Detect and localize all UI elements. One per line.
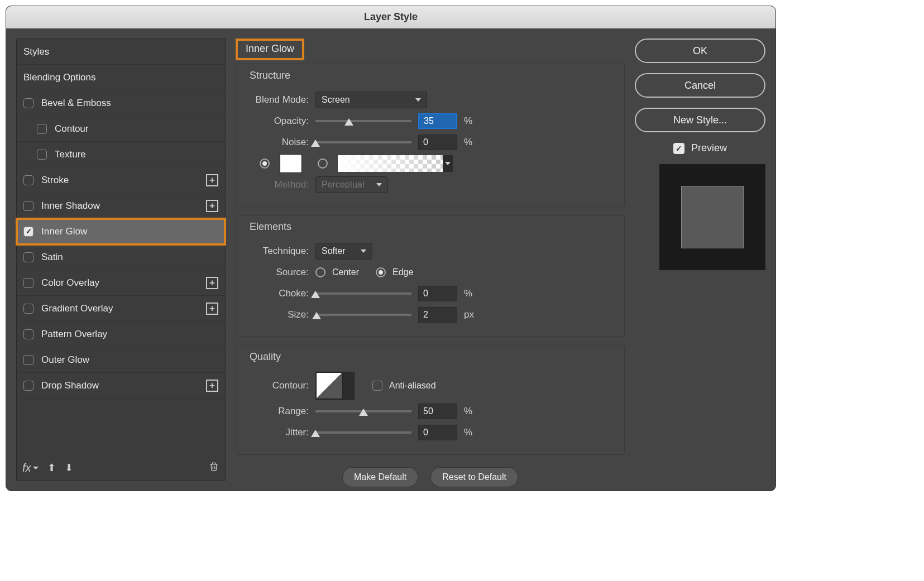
sidebar-item-inner-glow[interactable]: Inner Glow	[17, 219, 225, 244]
size-slider[interactable]	[315, 314, 411, 316]
sidebar-item-label: Texture	[55, 149, 86, 160]
fx-menu-icon[interactable]: fx	[22, 462, 39, 474]
color-radio[interactable]	[260, 159, 270, 169]
anti-aliased-checkbox[interactable]	[372, 381, 382, 391]
opacity-slider[interactable]	[315, 120, 411, 122]
method-dropdown: Perceptual	[315, 176, 388, 193]
range-input[interactable]	[418, 404, 457, 419]
sidebar-item-label: Outer Glow	[41, 354, 89, 366]
source-center-radio[interactable]	[315, 267, 325, 277]
sidebar-item-label: Contour	[55, 123, 88, 135]
title-bar: Layer Style	[6, 6, 775, 28]
method-label: Method:	[248, 179, 309, 190]
window-title: Layer Style	[364, 11, 418, 23]
jitter-input[interactable]	[418, 425, 457, 440]
sidebar-item-label: Stroke	[41, 175, 69, 186]
technique-label: Technique:	[248, 246, 309, 257]
effect-checkbox[interactable]	[23, 329, 33, 339]
sidebar-item-label: Inner Glow	[41, 226, 87, 237]
source-edge-radio[interactable]	[376, 267, 386, 277]
ok-button[interactable]: OK	[635, 39, 765, 63]
contour-dropdown[interactable]	[343, 372, 354, 399]
glow-color-swatch[interactable]	[280, 154, 302, 173]
right-panel: OK Cancel New Style... ✓ Preview	[635, 39, 765, 481]
size-label: Size:	[248, 309, 309, 320]
new-style-button[interactable]: New Style...	[635, 108, 765, 132]
blend-mode-dropdown[interactable]: Screen	[315, 92, 427, 108]
gradient-radio[interactable]	[318, 159, 328, 169]
preview-checkbox[interactable]: ✓	[673, 143, 684, 154]
jitter-slider[interactable]	[315, 431, 411, 434]
source-edge-label: Edge	[392, 267, 413, 277]
slider-thumb-icon	[359, 409, 368, 416]
gradient-dropdown[interactable]	[443, 155, 453, 172]
effect-checkbox[interactable]	[37, 150, 47, 160]
noise-unit: %	[464, 137, 477, 148]
add-effect-icon[interactable]: +	[206, 380, 218, 392]
sidebar-item-styles[interactable]: Styles	[17, 39, 225, 65]
sidebar-item-stroke[interactable]: Stroke+	[17, 167, 225, 193]
trash-icon[interactable]	[208, 460, 219, 475]
effect-checkbox[interactable]	[23, 201, 33, 211]
cancel-button[interactable]: Cancel	[635, 73, 765, 98]
opacity-unit: %	[464, 116, 477, 127]
effect-checkbox[interactable]	[23, 304, 33, 314]
jitter-label: Jitter:	[248, 427, 309, 438]
chevron-down-icon	[415, 98, 421, 102]
effect-checkbox[interactable]	[23, 278, 33, 288]
effect-checkbox[interactable]	[37, 124, 47, 134]
reset-default-button[interactable]: Reset to Default	[430, 467, 518, 487]
sidebar-item-inner-shadow[interactable]: Inner Shadow+	[17, 193, 225, 219]
sidebar-item-satin[interactable]: Satin	[17, 244, 225, 270]
sidebar-item-texture[interactable]: Texture	[17, 142, 225, 167]
make-default-button[interactable]: Make Default	[342, 467, 418, 487]
contour-swatch[interactable]	[316, 372, 343, 399]
chevron-down-icon	[376, 183, 382, 186]
anti-aliased-label: Anti-aliased	[389, 381, 436, 391]
sidebar-item-label: Blending Options	[23, 72, 95, 83]
sidebar-item-label: Styles	[23, 46, 49, 57]
noise-slider[interactable]	[315, 141, 411, 143]
slider-thumb-icon	[311, 291, 320, 298]
preview-label: Preview	[691, 142, 727, 154]
effect-checkbox[interactable]	[23, 175, 33, 185]
technique-dropdown[interactable]: Softer	[315, 243, 372, 260]
quality-title: Quality	[248, 351, 612, 363]
choke-label: Choke:	[248, 288, 309, 299]
choke-input[interactable]	[418, 286, 457, 301]
choke-unit: %	[464, 288, 477, 299]
panel-title: Inner Glow	[236, 39, 304, 60]
effect-checkbox[interactable]	[23, 355, 33, 365]
opacity-input[interactable]	[418, 113, 457, 129]
sidebar-item-outer-glow[interactable]: Outer Glow	[17, 347, 225, 373]
sidebar-item-color-overlay[interactable]: Color Overlay+	[17, 270, 225, 296]
preview-inner	[682, 186, 743, 248]
sidebar-item-bevel-emboss[interactable]: Bevel & Emboss	[17, 90, 225, 116]
range-slider[interactable]	[315, 410, 411, 412]
noise-label: Noise:	[248, 137, 309, 148]
noise-input[interactable]	[418, 135, 457, 150]
sidebar-item-label: Satin	[41, 252, 63, 263]
add-effect-icon[interactable]: +	[206, 302, 218, 315]
sidebar-item-contour[interactable]: Contour	[17, 116, 225, 142]
add-effect-icon[interactable]: +	[206, 200, 218, 212]
sidebar-item-drop-shadow[interactable]: Drop Shadow+	[17, 373, 225, 398]
size-input[interactable]	[418, 307, 457, 323]
effect-checkbox[interactable]	[23, 227, 33, 237]
move-up-icon[interactable]: ⬆	[47, 462, 56, 474]
effect-checkbox[interactable]	[23, 252, 33, 262]
add-effect-icon[interactable]: +	[206, 174, 218, 186]
effect-checkbox[interactable]	[23, 381, 33, 391]
range-unit: %	[464, 406, 477, 417]
choke-slider[interactable]	[315, 292, 411, 295]
sidebar-item-pattern-overlay[interactable]: Pattern Overlay	[17, 321, 225, 347]
quality-group: Quality Contour: Anti-aliased Range:	[236, 345, 625, 455]
effect-checkbox[interactable]	[23, 98, 33, 108]
sidebar-item-blending-options[interactable]: Blending Options	[17, 65, 225, 90]
sidebar-item-gradient-overlay[interactable]: Gradient Overlay+	[17, 296, 225, 321]
add-effect-icon[interactable]: +	[206, 277, 218, 289]
jitter-unit: %	[464, 427, 477, 438]
range-label: Range:	[248, 406, 309, 417]
gradient-swatch[interactable]	[338, 155, 443, 172]
move-down-icon[interactable]: ⬇	[65, 462, 73, 474]
